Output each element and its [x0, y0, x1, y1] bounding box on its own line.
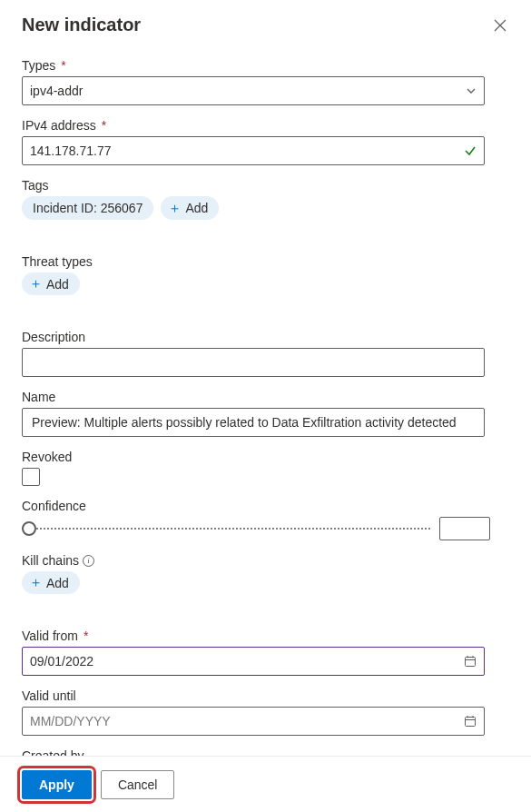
types-select[interactable]: ipv4-addr — [22, 76, 485, 105]
svg-rect-4 — [466, 718, 476, 727]
calendar-icon — [464, 715, 477, 728]
required-asterisk: * — [84, 629, 88, 643]
ipv4-input-wrapper[interactable]: 141.178.71.77 — [22, 136, 485, 165]
name-input[interactable] — [22, 408, 485, 437]
form-scroll-area[interactable]: Types * ipv4-addr IPv4 address * 141.178… — [0, 49, 531, 756]
name-field: Name — [22, 390, 509, 437]
cancel-button[interactable]: Cancel — [101, 770, 175, 799]
panel-title: New indicator — [22, 15, 141, 35]
name-text[interactable] — [30, 409, 477, 436]
plus-icon: ＋ — [29, 574, 43, 591]
valid-from-value: 09/01/2022 — [30, 654, 464, 668]
types-field: Types * ipv4-addr — [22, 58, 509, 105]
chevron-down-icon — [466, 85, 477, 96]
valid-until-label: Valid until — [22, 688, 76, 703]
ipv4-label: IPv4 address — [22, 118, 96, 133]
created-by-label: Created by — [22, 748, 84, 756]
threat-types-add-label: Add — [46, 277, 69, 292]
valid-from-field: Valid from * 09/01/2022 — [22, 629, 509, 676]
tags-add-button[interactable]: ＋ Add — [161, 196, 219, 220]
valid-from-label: Valid from — [22, 629, 78, 643]
confidence-slider[interactable] — [22, 520, 430, 538]
panel-header: New indicator — [0, 0, 531, 45]
apply-button[interactable]: Apply — [22, 770, 92, 799]
plus-icon: ＋ — [168, 200, 182, 217]
types-label: Types — [22, 58, 55, 73]
valid-until-placeholder: MM/DD/YYYY — [30, 714, 464, 728]
confidence-field: Confidence — [22, 499, 509, 540]
close-icon — [494, 19, 506, 32]
tag-item[interactable]: Incident ID: 256067 — [22, 196, 153, 220]
valid-until-field: Valid until MM/DD/YYYY — [22, 688, 509, 736]
info-icon[interactable]: i — [83, 555, 94, 567]
threat-types-add-button[interactable]: ＋ Add — [22, 272, 80, 295]
valid-from-input[interactable]: 09/01/2022 — [22, 647, 485, 676]
description-field: Description — [22, 330, 509, 377]
plus-icon: ＋ — [29, 275, 43, 292]
slider-thumb[interactable] — [22, 521, 36, 536]
svg-rect-0 — [466, 658, 476, 667]
description-input[interactable] — [22, 348, 485, 377]
kill-chains-add-label: Add — [46, 576, 69, 590]
ipv4-value: 141.178.71.77 — [30, 144, 112, 158]
required-asterisk: * — [61, 58, 65, 73]
description-label: Description — [22, 330, 85, 344]
revoked-checkbox[interactable] — [22, 468, 40, 486]
threat-types-label: Threat types — [22, 254, 93, 269]
tags-add-label: Add — [185, 201, 208, 215]
name-label: Name — [22, 390, 55, 404]
calendar-icon — [464, 655, 477, 668]
revoked-field: Revoked — [22, 450, 509, 486]
confidence-label: Confidence — [22, 499, 86, 513]
tags-label: Tags — [22, 178, 49, 193]
ipv4-field: IPv4 address * 141.178.71.77 — [22, 118, 509, 165]
kill-chains-label: Kill chains — [22, 553, 79, 568]
panel-footer: Apply Cancel — [0, 756, 531, 812]
valid-until-input[interactable]: MM/DD/YYYY — [22, 707, 485, 736]
tags-field: Tags Incident ID: 256067 ＋ Add — [22, 178, 509, 220]
kill-chains-add-button[interactable]: ＋ Add — [22, 571, 80, 594]
new-indicator-panel: New indicator Types * ipv4-addr IPv4 add… — [0, 0, 531, 812]
kill-chains-field: Kill chains i ＋ Add — [22, 553, 509, 594]
slider-track — [22, 528, 430, 530]
close-button[interactable] — [491, 16, 509, 35]
created-by-field: Created by — [22, 748, 509, 756]
checkmark-icon — [464, 144, 477, 157]
revoked-label: Revoked — [22, 450, 72, 464]
types-value: ipv4-addr — [30, 84, 83, 98]
confidence-value-box[interactable] — [439, 517, 490, 540]
threat-types-field: Threat types ＋ Add — [22, 254, 509, 295]
description-text[interactable] — [30, 349, 477, 376]
required-asterisk: * — [102, 118, 106, 133]
